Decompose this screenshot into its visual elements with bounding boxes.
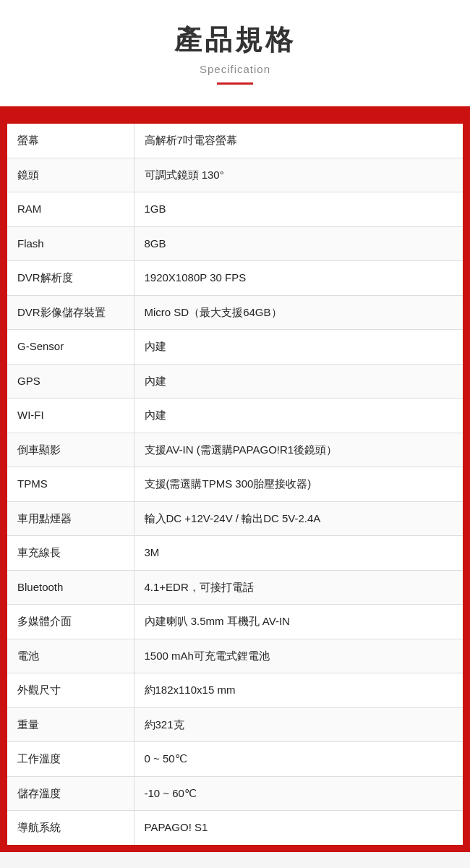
spec-label: 重量 [7,707,134,742]
spec-value: 4.1+EDR，可接打電話 [134,570,463,605]
table-row: 電池1500 mAh可充電式鋰電池 [7,639,463,673]
spec-value: 3M [134,536,463,571]
red-bar [0,106,470,119]
page-wrapper: 產品規格 Specification 螢幕高解析7吋電容螢幕鏡頭可調式鏡頭 13… [0,0,470,852]
spec-value: 可調式鏡頭 130° [134,158,463,192]
spec-value: 內建喇叭 3.5mm 耳機孔 AV-IN [134,605,463,639]
spec-value: 8GB [134,226,463,261]
spec-value: 0 ~ 50℃ [134,742,463,777]
spec-value: 1920X1080P 30 FPS [134,261,463,296]
table-row: Bluetooth4.1+EDR，可接打電話 [7,570,463,605]
spec-label: 螢幕 [7,124,134,158]
spec-value: 支援(需選購TPMS 300胎壓接收器) [134,467,463,502]
spec-value: 內建 [134,364,463,399]
spec-value: -10 ~ 60℃ [134,776,463,811]
spec-value: Micro SD（最大支援64GB） [134,295,463,330]
table-row: G-Sensor內建 [7,330,463,365]
spec-label: 導航系統 [7,811,134,845]
spec-table-wrapper: 螢幕高解析7吋電容螢幕鏡頭可調式鏡頭 130°RAM1GBFlash8GBDVR… [0,119,470,852]
spec-label: RAM [7,192,134,227]
spec-value: 1GB [134,192,463,227]
spec-label: 儲存溫度 [7,776,134,811]
table-row: WI-FI內建 [7,399,463,433]
spec-value: 高解析7吋電容螢幕 [134,124,463,158]
table-row: 鏡頭可調式鏡頭 130° [7,158,463,192]
spec-value: 輸入DC +12V-24V / 輸出DC 5V-2.4A [134,501,463,536]
table-row: GPS內建 [7,364,463,399]
title-underline [217,82,253,85]
table-row: DVR解析度1920X1080P 30 FPS [7,261,463,296]
table-row: 導航系統PAPAGO! S1 [7,811,463,845]
table-row: TPMS支援(需選購TPMS 300胎壓接收器) [7,467,463,502]
table-row: 螢幕高解析7吋電容螢幕 [7,124,463,158]
spec-label: G-Sensor [7,330,134,365]
spec-label: 多媒體介面 [7,605,134,639]
spec-label: 工作溫度 [7,742,134,777]
spec-value: 約182x110x15 mm [134,673,463,708]
sub-title: Specification [14,63,456,75]
spec-label: DVR解析度 [7,261,134,296]
table-row: 儲存溫度-10 ~ 60℃ [7,776,463,811]
spec-value: 內建 [134,399,463,433]
table-row: 倒車顯影支援AV-IN (需選購PAPAGO!R1後鏡頭） [7,433,463,467]
spec-value: 約321克 [134,707,463,742]
spec-label: TPMS [7,467,134,502]
table-row: 多媒體介面內建喇叭 3.5mm 耳機孔 AV-IN [7,605,463,639]
spec-label: 外觀尺寸 [7,673,134,708]
table-row: 車充線長3M [7,536,463,571]
spec-value: 1500 mAh可充電式鋰電池 [134,639,463,673]
main-title: 產品規格 [14,22,456,59]
header-section: 產品規格 Specification [0,0,470,99]
table-row: DVR影像儲存裝置Micro SD（最大支援64GB） [7,295,463,330]
spec-label: WI-FI [7,399,134,433]
spec-label: DVR影像儲存裝置 [7,295,134,330]
spec-table: 螢幕高解析7吋電容螢幕鏡頭可調式鏡頭 130°RAM1GBFlash8GBDVR… [7,124,463,845]
spec-value: 支援AV-IN (需選購PAPAGO!R1後鏡頭） [134,433,463,467]
table-row: RAM1GB [7,192,463,227]
table-row: 重量約321克 [7,707,463,742]
spec-label: 車充線長 [7,536,134,571]
table-row: 外觀尺寸約182x110x15 mm [7,673,463,708]
spec-value: PAPAGO! S1 [134,811,463,845]
table-row: Flash8GB [7,226,463,261]
spec-label: GPS [7,364,134,399]
spec-label: 鏡頭 [7,158,134,192]
spec-label: 車用點煙器 [7,501,134,536]
spec-value: 內建 [134,330,463,365]
spec-label: 倒車顯影 [7,433,134,467]
table-row: 車用點煙器輸入DC +12V-24V / 輸出DC 5V-2.4A [7,501,463,536]
spec-label: Bluetooth [7,570,134,605]
spec-label: 電池 [7,639,134,673]
spec-label: Flash [7,226,134,261]
table-row: 工作溫度0 ~ 50℃ [7,742,463,777]
